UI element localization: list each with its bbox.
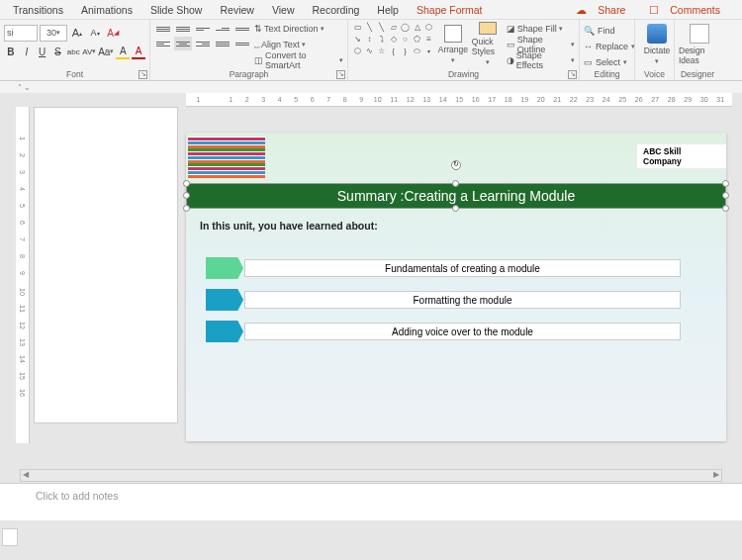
selection-handle[interactable]	[722, 192, 729, 199]
share-button[interactable]: ☁ Share	[568, 4, 641, 16]
find-button[interactable]: 🔍 Find	[584, 24, 630, 38]
group-paragraph-label: Paragraph	[150, 69, 347, 79]
case-button[interactable]: Aa▾	[98, 45, 114, 59]
slide-title-shape[interactable]: Summary :Creating a Learning Module	[186, 183, 726, 209]
align-center-button[interactable]	[174, 37, 192, 50]
design-ideas-button[interactable]: Design Ideas	[679, 22, 720, 66]
text-direction-button[interactable]: ⇅ Text Direction ▾	[254, 22, 343, 36]
tabs-right: ☁ Share ☐ Comments	[568, 4, 742, 16]
list-item[interactable]: Formatting the module	[206, 289, 681, 311]
tab-review[interactable]: Review	[211, 4, 262, 16]
bullets-button[interactable]	[154, 22, 172, 36]
chevron-icon	[206, 257, 243, 279]
tab-slideshow[interactable]: Slide Show	[141, 4, 212, 16]
group-editing-label: Editing	[580, 69, 634, 79]
group-voice: Dictate▾ Voice	[635, 20, 675, 81]
clear-format-button[interactable]: A◢	[105, 26, 121, 41]
ribbon-tabs: Transitions Animations Slide Show Review…	[0, 0, 742, 20]
tab-transitions[interactable]: Transitions	[4, 4, 72, 16]
notes-pane[interactable]: Click to add notes	[0, 483, 742, 520]
slide-intro-text: In this unit, you have learned about:	[200, 220, 378, 232]
under-ribbon-strip: ˄ ⌄	[0, 81, 742, 93]
arrange-button[interactable]: Arrange▾	[437, 22, 469, 66]
ribbon: si 30 ▾ A▴ A▾ A◢ B I U S abc AV▾ Aa▾ A A…	[0, 20, 742, 81]
shadow-button[interactable]: abc	[66, 45, 80, 59]
group-designer: Design Ideas Designer	[675, 20, 720, 81]
group-paragraph: ⇅ Text Direction ▾ ⎵ Align Text ▾ ◫ Conv…	[150, 20, 348, 81]
selection-handle[interactable]	[183, 205, 190, 212]
list-item[interactable]: Fundamentals of creating a module	[206, 257, 681, 279]
select-button[interactable]: ▭ Select ▾	[584, 55, 630, 69]
shrink-font-button[interactable]: A▾	[87, 26, 103, 41]
group-editing: 🔍 Find ↔ Replace ▾ ▭ Select ▾ Editing	[580, 20, 635, 81]
dec-indent-button[interactable]	[194, 22, 212, 36]
selection-handle[interactable]	[452, 205, 459, 212]
slide-thumbnail[interactable]	[34, 107, 178, 423]
group-voice-label: Voice	[635, 69, 674, 79]
dictate-button[interactable]: Dictate▾	[639, 22, 675, 66]
group-font-label: Font	[0, 69, 149, 79]
chevron-icon	[206, 321, 243, 342]
tab-animations[interactable]: Animations	[72, 4, 141, 16]
ruler-horizontal[interactable]: 1123456789101112131415161718192021222324…	[186, 93, 732, 107]
italic-button[interactable]: I	[20, 45, 34, 59]
shapes-gallery[interactable]: ▭╲╲▱◯△⬡ ↘↕⤵◇○⬠≡ ⬡∿☆{}⬭▾	[352, 22, 434, 56]
tab-help[interactable]: Help	[368, 4, 408, 16]
slide-title-text: Summary :Creating a Learning Module	[337, 188, 575, 204]
font-color-button[interactable]: A	[132, 45, 145, 59]
spacing-button[interactable]: AV▾	[82, 45, 96, 59]
mic-icon	[647, 24, 667, 44]
design-icon	[690, 24, 709, 44]
paragraph-launcher[interactable]: ↘	[336, 70, 345, 79]
group-font: si 30 ▾ A▴ A▾ A◢ B I U S abc AV▾ Aa▾ A A…	[0, 20, 150, 81]
shape-fill-button[interactable]: ◪ Shape Fill ▾	[507, 22, 575, 36]
selection-handle[interactable]	[722, 205, 729, 212]
drawing-launcher[interactable]: ↘	[568, 70, 577, 79]
strike-button[interactable]: S	[51, 45, 65, 59]
bold-button[interactable]: B	[4, 45, 18, 59]
horizontal-scrollbar[interactable]	[20, 469, 722, 482]
tab-shape-format[interactable]: Shape Format	[408, 4, 492, 16]
replace-button[interactable]: ↔ Replace ▾	[584, 40, 630, 53]
inc-indent-button[interactable]	[214, 22, 232, 36]
grow-font-button[interactable]: A▴	[69, 26, 85, 41]
bottom-strip	[0, 520, 742, 560]
slide-decorative-image	[188, 137, 265, 178]
line-spacing-button[interactable]	[233, 22, 251, 36]
quick-styles-button[interactable]: Quick Styles▾	[472, 22, 504, 66]
columns-button[interactable]	[233, 37, 251, 50]
list-item-text: Adding voice over to the module	[244, 323, 681, 340]
align-text-button[interactable]: ⎵ Align Text ▾	[254, 38, 343, 51]
selection-handle[interactable]	[722, 180, 729, 187]
numbering-button[interactable]	[174, 22, 192, 36]
list-item-text: Formatting the module	[244, 291, 681, 309]
selection-handle[interactable]	[452, 180, 459, 187]
shape-outline-button[interactable]: ▭ Shape Outline ▾	[507, 38, 575, 51]
ruler-vertical[interactable]: 12345678910111213141516	[16, 107, 30, 443]
smartart-button[interactable]: ◫ Convert to SmartArt ▾	[254, 53, 343, 67]
tab-recording[interactable]: Recording	[303, 4, 368, 16]
tab-view[interactable]: View	[263, 4, 304, 16]
shape-effects-button[interactable]: ◑ Shape Effects ▾	[507, 53, 575, 67]
font-size-input[interactable]: 30 ▾	[40, 25, 67, 42]
align-left-button[interactable]	[154, 37, 172, 50]
font-launcher[interactable]: ↘	[139, 70, 147, 79]
group-drawing: ▭╲╲▱◯△⬡ ↘↕⤵◇○⬠≡ ⬡∿☆{}⬭▾ Arrange▾ Quick S…	[348, 20, 580, 81]
underline-button[interactable]: U	[36, 45, 49, 59]
group-designer-label: Designer	[675, 69, 720, 79]
align-right-button[interactable]	[194, 37, 212, 50]
slide-canvas[interactable]: ABC Skill Company Summary :Creating a Le…	[186, 133, 726, 441]
group-drawing-label: Drawing	[348, 69, 579, 79]
chevron-icon	[206, 289, 243, 311]
rotation-handle[interactable]	[451, 160, 461, 170]
slide-thumbnail-panel	[34, 107, 182, 447]
company-label: ABC Skill Company	[637, 144, 726, 168]
list-item-text: Fundamentals of creating a module	[244, 259, 681, 277]
new-slide-box[interactable]	[2, 528, 18, 546]
justify-button[interactable]	[214, 37, 232, 50]
highlight-button[interactable]: A	[116, 45, 130, 59]
selection-handle[interactable]	[183, 180, 190, 187]
comments-button[interactable]: ☐ Comments	[641, 4, 736, 16]
list-item[interactable]: Adding voice over to the module	[206, 321, 681, 342]
selection-handle[interactable]	[183, 192, 190, 199]
